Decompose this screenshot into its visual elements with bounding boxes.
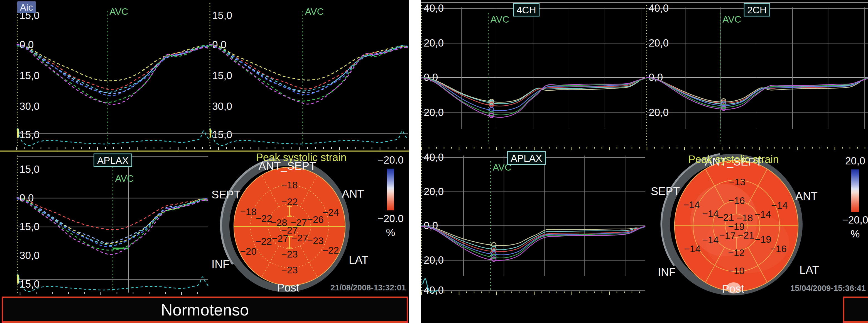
avc-label: AVC [491,14,509,25]
y-axis-label: 15,0 [20,164,39,175]
strain-curve [421,226,645,252]
y-axis-label: 20,0 [424,186,444,197]
segment-value: −16 [770,243,786,254]
segment-value: −13 [729,176,745,187]
y-axis-label: 20,0 [424,107,444,118]
strain-curve [209,46,408,95]
segment-value: −14 [754,209,771,219]
strain-curve [209,45,408,80]
view-label: 2CH [747,4,767,15]
y-axis-label: 15,0 [20,70,39,81]
segment-value: −14 [684,243,701,254]
segment-value: −14 [683,199,700,210]
ecg-trace [209,128,408,145]
normotensive-caption: Normotenso [2,296,408,323]
segment-value: −27 [272,233,288,244]
strain-curve [421,226,645,250]
strain-curve [421,226,645,255]
ecg-trace [17,128,209,145]
left-strain-chart-2: 15,00,015,030,015,0AVC [209,3,408,149]
segment-value: −23 [281,264,298,275]
segment-value: −12 [728,247,744,258]
strain-curve [209,44,408,104]
avc-label: AVC [722,14,741,25]
strain-colorbar [387,169,394,210]
hypertensive-caption: Hipertenso [843,296,868,323]
segment-value: −14 [771,200,787,211]
y-axis-label: 20,0 [424,255,444,266]
segment-value: −24 [322,207,339,218]
avc-label: AVC [110,6,128,17]
echo-strain-screenshot: { "left": { "tag": "Aic", "banner": "Nor… [0,0,868,323]
segment-value: −20 [240,246,256,257]
bullseye-title: Peak systolic strain [256,152,346,163]
y-axis-label: 20,0 [649,107,669,118]
colorbar-unit-label: % [386,227,395,238]
y-axis-label: 20,0 [649,37,669,49]
normotensive-plots-canvas: 15,00,015,030,015,0AVC15,00,015,030,015,… [0,0,409,295]
y-axis-label: 20,0 [424,37,444,49]
region-label: SEPT [651,185,680,197]
strain-colorbar [851,170,859,212]
time-axis-ruler [422,147,865,150]
hypertensive-panel: 40,020,00,020,0AVC4CH40,020,00,020,0AVC2… [421,0,868,323]
left-bullseye-plot: −18−22−18−24−22−28−27−26−27−27−27−22−23−… [212,152,406,294]
segment-value: −18 [240,206,256,217]
colorbar-min-label: −20.0 [377,213,404,224]
colorbar-max-label: 20,0 [845,155,865,167]
y-axis-label: 15,0 [20,278,39,290]
segment-value: −26 [307,214,323,225]
bullseye-title: Peak systolic strain [688,153,779,165]
colorbar-unit-label: % [851,228,860,240]
y-axis-label: 15,0 [212,10,232,21]
segment-value: −16 [728,195,745,206]
segment-value: −27 [291,232,308,243]
segment-value: −10 [728,265,744,276]
view-label: 4CH [517,4,536,15]
segment-value: −17 [719,230,736,241]
segment-value: −22 [322,245,339,256]
strain-curve [17,197,208,245]
ecg-trace [17,274,208,292]
region-label: ANT [342,187,364,200]
view-label: APLAX [510,153,542,164]
time-axis-ruler [422,292,640,295]
right-2ch-chart: 40,020,00,020,0AVC2CH [646,2,868,147]
right-4ch-chart: 40,020,00,020,0AVC4CH [421,2,645,147]
y-axis-label: 15,0 [212,70,232,81]
region-label: LAT [800,264,819,276]
region-label: INF [658,266,676,278]
strain-curve [17,199,208,243]
segment-value: −23 [281,248,298,260]
y-axis-label: 15,0 [20,221,39,232]
segment-value: −21 [738,230,754,240]
strain-curve [17,44,209,105]
region-label: Post [722,283,744,295]
left-strain-chart-1: 15,00,015,030,015,0AVC [17,3,209,149]
segment-value: −14 [702,208,718,219]
y-axis-label: 15,0 [212,129,232,141]
strain-curve [17,45,209,81]
acquisition-timestamp: 15/04/2009-15:36:41 [790,284,866,293]
segment-value: −22 [255,236,272,247]
region-label: INF [212,258,229,270]
segment-value: −22 [281,196,298,207]
hypertensive-plots-canvas: 40,020,00,020,0AVC4CH40,020,00,020,0AVC2… [421,0,868,295]
strain-curve [421,226,645,261]
region-label: LAT [349,254,368,266]
view-tag-chip: Aic [17,1,36,13]
avc-label: AVC [115,173,134,184]
y-axis-label: 30,0 [20,100,39,112]
view-label: APLAX [97,155,129,166]
y-axis-label: 40,0 [649,2,669,14]
time-axis-ruler [17,147,404,150]
right-bullseye-plot: −13−16−14−14−14−21−18−14−19−17−21−19−14−… [651,153,868,295]
region-label: SEPT [212,188,241,201]
region-label: Post [277,282,299,294]
colorbar-max-label: −20.0 [377,154,404,166]
segment-value: −14 [702,234,718,245]
y-axis-label: 40,0 [424,285,444,295]
right-aplax-chart: 40,020,00,020,040,0AVCAPLAX [421,152,645,295]
left-aplax-chart: 15,00,015,030,015,0AVCAPLAX [17,154,208,294]
strain-curve [17,44,209,90]
